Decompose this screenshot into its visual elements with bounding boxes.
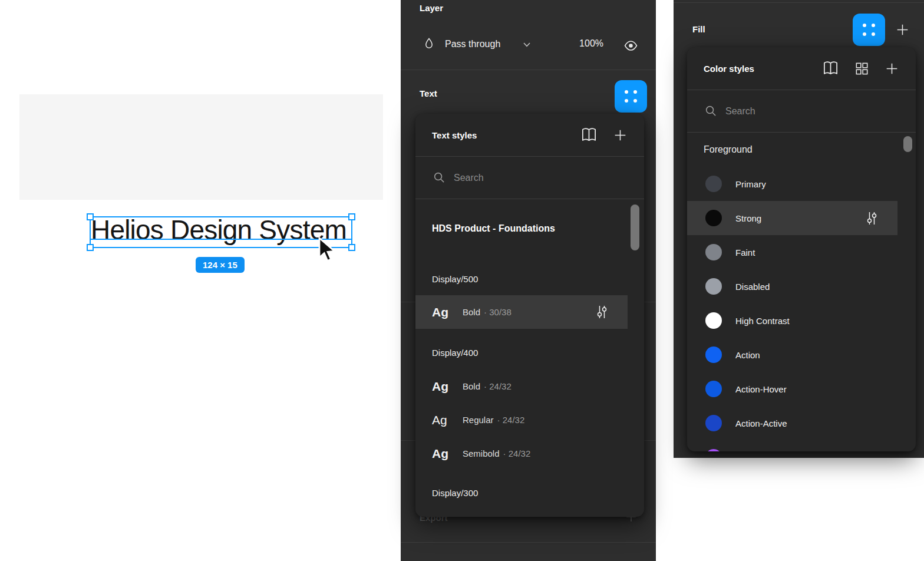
color-styles-search[interactable] [687,90,916,132]
text-style-row[interactable]: Ag Semibold · 24/32 [415,437,628,470]
style-group-label: Display/400 [432,348,478,358]
section-divider [401,70,656,70]
color-name: Action [735,350,760,360]
color-styles-search-input[interactable] [725,106,867,117]
style-preview: Ag [415,447,445,461]
color-styles-toggle-button[interactable] [853,14,885,46]
style-preview: Ag [415,380,445,394]
fill-section-title: Fill [692,24,705,34]
color-swatch [705,381,722,397]
color-styles-menu: Color styles Foreground [687,47,916,451]
style-meta: · 30/38 [484,307,512,317]
mouse-cursor-icon [317,237,338,264]
color-style-row[interactable]: Disabled [687,269,897,303]
blend-mode-select[interactable]: Pass through [445,39,500,50]
text-styles-list: HDS Product - Foundations Display/500 Ag… [415,199,644,517]
selection-handle-top-left[interactable] [87,213,94,220]
color-name: Action-Active [735,418,787,428]
layer-section-title: Layer [420,3,443,13]
style-preview: Ag [415,305,445,319]
add-style-icon[interactable] [885,61,899,76]
color-swatch [705,278,722,295]
style-dots-icon [863,24,875,36]
library-book-icon[interactable] [822,61,839,76]
color-name: Primary [735,179,766,189]
style-name: Bold [463,381,480,391]
color-name: High Contrast [735,316,790,326]
text-styles-search[interactable] [415,157,644,199]
visibility-eye-icon[interactable] [623,38,638,53]
color-swatch [705,244,722,260]
style-preview: Ag [415,413,445,427]
selection-handle-top-right[interactable] [348,213,355,220]
chevron-down-icon[interactable] [523,42,531,48]
color-style-row[interactable]: Action-Active [687,406,897,440]
scrollbar-thumb[interactable] [631,204,639,250]
search-icon [705,105,717,117]
color-name: Action-Hover [735,384,787,394]
text-style-row[interactable]: Ag Bold · 30/38 [415,295,628,329]
color-styles-menu-header: Color styles [687,47,916,90]
text-styles-menu-title: Text styles [432,130,477,140]
color-group-label: Foreground [704,144,753,155]
library-heading: HDS Product - Foundations [432,223,555,234]
section-divider [674,2,924,3]
style-name: Regular [463,415,494,425]
style-name: Bold [463,307,480,317]
add-style-icon[interactable] [613,128,628,143]
search-icon [433,171,446,184]
color-swatch [705,449,722,451]
style-dots-icon [625,90,637,103]
blend-mode-icon[interactable] [422,37,436,51]
color-style-row[interactable]: Action [687,338,897,372]
color-swatch [705,415,722,431]
color-styles-list: Foreground Primary Strong Faint Disabled… [687,133,916,451]
style-meta: · 24/32 [503,448,531,458]
style-name: Semibold [463,448,500,458]
color-name: Disabled [735,282,770,292]
text-styles-menu: Text styles HDS Product - Foundations Di… [415,114,644,517]
color-styles-menu-title: Color styles [704,64,754,74]
size-badge: 124 × 15 [196,257,245,273]
color-name: Faint [735,248,755,258]
text-styles-search-input[interactable] [454,173,595,183]
style-group-label: Display/500 [432,274,478,284]
style-meta: · 24/32 [497,415,525,425]
library-book-icon[interactable] [580,127,598,143]
opacity-value[interactable]: 100% [572,38,603,49]
edit-style-sliders-icon[interactable] [596,305,608,319]
selection-box[interactable] [90,216,352,248]
text-styles-menu-header: Text styles [415,114,644,156]
text-style-row[interactable]: Ag Regular · 24/32 [415,403,628,437]
text-styles-toggle-button[interactable] [615,80,647,113]
text-style-row[interactable]: Ag Bold · 24/32 [415,369,628,403]
color-swatch [705,210,722,226]
text-section-title: Text [420,88,437,98]
selection-handle-bottom-left[interactable] [87,244,94,251]
color-style-row[interactable]: Faint [687,235,897,269]
grid-view-icon[interactable] [854,61,869,76]
style-meta: · 24/32 [484,381,512,391]
edit-style-sliders-icon[interactable] [866,212,877,225]
selection-handle-bottom-right[interactable] [348,244,355,251]
color-swatch [705,176,722,192]
style-group-label: Display/300 [432,488,478,498]
color-name: Strong [735,213,761,223]
canvas-area[interactable]: Helios Design System 124 × 15 [19,94,383,200]
color-style-row[interactable]: High Contrast [687,303,897,338]
add-fill-icon[interactable] [895,22,910,37]
color-swatch [705,312,722,329]
scrollbar-thumb[interactable] [903,136,912,152]
color-style-row[interactable]: Action-Hover [687,372,897,406]
section-divider [401,542,656,543]
color-style-row[interactable]: Highlight [687,440,897,451]
color-swatch [705,346,722,363]
color-style-row[interactable]: Primary [687,167,897,201]
color-style-row[interactable]: Strong [687,201,897,235]
